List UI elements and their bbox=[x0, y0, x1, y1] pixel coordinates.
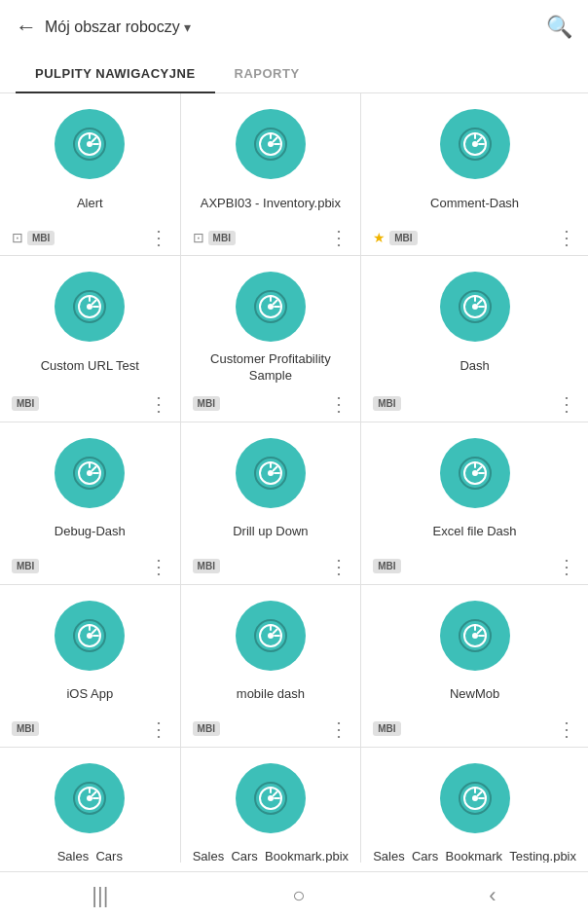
list-item[interactable]: Sales_CarsMBI⋮ bbox=[0, 748, 180, 863]
item-name: Custom URL Test bbox=[12, 351, 168, 381]
list-item[interactable]: Sales_Cars_Bookmark.pbixMBI⋮ bbox=[181, 748, 361, 863]
item-icon bbox=[440, 438, 510, 508]
tabs-bar: PULPITY NAWIGACYJNE RAPORTY bbox=[0, 55, 588, 93]
svg-line-77 bbox=[92, 791, 96, 795]
more-options-button[interactable]: ⋮ bbox=[557, 394, 576, 414]
item-footer: MBI⋮ bbox=[12, 394, 168, 414]
list-item[interactable]: NewMobMBI⋮ bbox=[361, 585, 588, 747]
more-options-button[interactable]: ⋮ bbox=[149, 557, 168, 576]
items-grid: Alert⊡MBI⋮ AXPBI03 - Inventory.pbix⊡MBI⋮… bbox=[0, 93, 588, 863]
item-icon bbox=[236, 763, 306, 833]
workspace-title: Mój obszar roboczy bbox=[45, 18, 180, 36]
header-left: ← Mój obszar roboczy ▾ bbox=[16, 15, 191, 40]
item-footer: ⊡MBI⋮ bbox=[193, 228, 349, 247]
svg-line-23 bbox=[92, 301, 96, 305]
badge-row: MBI bbox=[12, 559, 39, 573]
header-title: Mój obszar roboczy ▾ bbox=[45, 18, 191, 36]
list-item[interactable]: Excel file DashMBI⋮ bbox=[361, 422, 588, 584]
mbi-badge: MBI bbox=[373, 396, 400, 411]
list-item[interactable]: Drill up DownMBI⋮ bbox=[181, 422, 361, 584]
item-name: Sales_Cars_Bookmark.pbix bbox=[193, 843, 349, 863]
item-icon bbox=[236, 438, 306, 508]
svg-line-65 bbox=[274, 629, 277, 633]
list-item[interactable]: mobile dashMBI⋮ bbox=[181, 585, 361, 747]
badge-row: MBI bbox=[373, 559, 400, 573]
svg-line-11 bbox=[274, 138, 277, 142]
svg-line-41 bbox=[92, 466, 96, 470]
more-options-button[interactable]: ⋮ bbox=[557, 228, 576, 247]
mbi-badge: MBI bbox=[373, 559, 400, 573]
svg-line-29 bbox=[274, 301, 277, 305]
tab-reports[interactable]: RAPORTY bbox=[215, 55, 319, 92]
item-icon bbox=[55, 763, 125, 833]
mbi-badge: MBI bbox=[373, 721, 400, 736]
item-footer: ★MBI⋮ bbox=[373, 228, 576, 247]
tab-dashboards[interactable]: PULPITY NAWIGACYJNE bbox=[16, 55, 215, 92]
shared-icon: ⊡ bbox=[12, 230, 23, 245]
item-footer: MBI⋮ bbox=[12, 719, 168, 739]
list-item[interactable]: Comment-Dash★MBI⋮ bbox=[361, 93, 588, 255]
item-name: Alert bbox=[12, 189, 168, 218]
list-item[interactable]: Customer Profitability SampleMBI⋮ bbox=[181, 256, 361, 422]
svg-line-71 bbox=[477, 629, 481, 633]
search-icon[interactable]: 🔍 bbox=[546, 15, 572, 40]
item-icon bbox=[236, 109, 306, 179]
svg-line-53 bbox=[477, 466, 481, 470]
badge-row: MBI bbox=[12, 721, 39, 736]
item-name: AXPBI03 - Inventory.pbix bbox=[193, 189, 349, 218]
badge-row: MBI bbox=[12, 396, 39, 411]
item-icon bbox=[236, 272, 306, 342]
badge-row: MBI bbox=[193, 396, 220, 411]
mbi-badge: MBI bbox=[193, 721, 220, 736]
badge-row: MBI bbox=[193, 721, 220, 736]
item-name: Comment-Dash bbox=[373, 189, 576, 218]
mbi-badge: MBI bbox=[27, 231, 55, 245]
svg-line-5 bbox=[92, 138, 96, 142]
item-icon bbox=[440, 272, 510, 342]
item-icon bbox=[236, 601, 306, 671]
bottom-navigation: ||| ○ ‹ bbox=[0, 871, 588, 918]
more-options-button[interactable]: ⋮ bbox=[149, 719, 168, 739]
mbi-badge: MBI bbox=[193, 396, 220, 411]
list-item[interactable]: Sales_Cars_Bookmark_Testing.pbixMBI⋮ bbox=[361, 748, 588, 863]
more-options-button[interactable]: ⋮ bbox=[329, 557, 349, 576]
item-name: Drill up Down bbox=[193, 518, 349, 547]
list-item[interactable]: Alert⊡MBI⋮ bbox=[0, 93, 180, 255]
nav-home-icon[interactable]: ○ bbox=[292, 883, 305, 908]
item-footer: MBI⋮ bbox=[193, 394, 349, 414]
mbi-badge: MBI bbox=[208, 231, 236, 245]
svg-line-59 bbox=[92, 629, 96, 633]
item-icon bbox=[440, 601, 510, 671]
item-icon bbox=[55, 438, 125, 508]
svg-line-47 bbox=[274, 466, 277, 470]
badge-row: MBI bbox=[193, 559, 220, 573]
item-footer: MBI⋮ bbox=[193, 719, 349, 739]
mbi-badge: MBI bbox=[193, 559, 220, 573]
svg-line-17 bbox=[477, 138, 481, 142]
list-item[interactable]: Custom URL TestMBI⋮ bbox=[0, 256, 180, 422]
chevron-down-icon[interactable]: ▾ bbox=[184, 19, 191, 35]
more-options-button[interactable]: ⋮ bbox=[557, 557, 576, 576]
badge-row: MBI bbox=[373, 721, 400, 736]
list-item[interactable]: Debug-DashMBI⋮ bbox=[0, 422, 180, 584]
more-options-button[interactable]: ⋮ bbox=[329, 719, 349, 739]
item-name: Sales_Cars bbox=[12, 843, 168, 863]
nav-back-icon[interactable]: ‹ bbox=[489, 883, 496, 908]
shared-icon: ⊡ bbox=[193, 230, 204, 245]
item-footer: MBI⋮ bbox=[193, 557, 349, 576]
more-options-button[interactable]: ⋮ bbox=[149, 228, 168, 247]
item-name: NewMob bbox=[373, 680, 576, 710]
more-options-button[interactable]: ⋮ bbox=[329, 228, 349, 247]
list-item[interactable]: iOS AppMBI⋮ bbox=[0, 585, 180, 747]
more-options-button[interactable]: ⋮ bbox=[557, 719, 576, 739]
back-button[interactable]: ← bbox=[16, 15, 37, 40]
svg-line-89 bbox=[477, 791, 481, 795]
item-name: Excel file Dash bbox=[373, 518, 576, 547]
list-item[interactable]: DashMBI⋮ bbox=[361, 256, 588, 422]
item-icon bbox=[440, 109, 510, 179]
nav-menu-icon[interactable]: ||| bbox=[92, 883, 108, 908]
more-options-button[interactable]: ⋮ bbox=[329, 394, 349, 414]
more-options-button[interactable]: ⋮ bbox=[149, 394, 168, 414]
svg-line-35 bbox=[477, 301, 481, 305]
list-item[interactable]: AXPBI03 - Inventory.pbix⊡MBI⋮ bbox=[181, 93, 361, 255]
